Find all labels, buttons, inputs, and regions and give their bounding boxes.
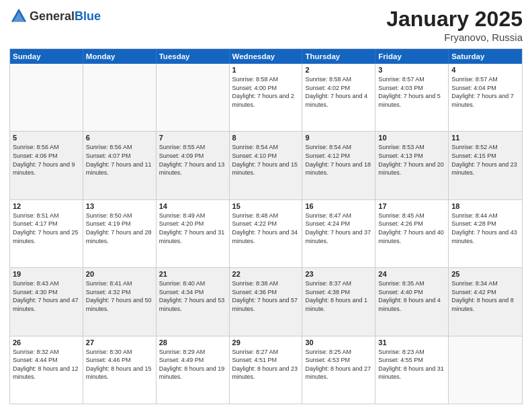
day-number: 22 <box>232 270 300 278</box>
cell-info: Sunrise: 8:56 AMSunset: 4:06 PMDaylight:… <box>13 143 80 177</box>
calendar-header: SundayMondayTuesdayWednesdayThursdayFrid… <box>10 49 522 64</box>
cell-info: Sunrise: 8:47 AMSunset: 4:24 PMDaylight:… <box>305 212 372 245</box>
calendar-cell-21: 21Sunrise: 8:40 AMSunset: 4:34 PMDayligh… <box>157 268 230 335</box>
cell-info: Sunrise: 8:30 AMSunset: 4:46 PMDaylight:… <box>86 348 153 381</box>
cell-info: Sunrise: 8:58 AMSunset: 4:02 PMDaylight:… <box>305 75 372 109</box>
calendar-cell-23: 23Sunrise: 8:37 AMSunset: 4:38 PMDayligh… <box>302 268 375 335</box>
day-number: 25 <box>451 270 519 278</box>
month-title: January 2025 <box>386 7 523 32</box>
day-number: 14 <box>159 202 226 210</box>
day-header-thursday: Thursday <box>302 49 375 64</box>
calendar-cell-7: 7Sunrise: 8:55 AMSunset: 4:09 PMDaylight… <box>157 132 230 199</box>
calendar-cell-6: 6Sunrise: 8:56 AMSunset: 4:07 PMDaylight… <box>83 132 157 199</box>
calendar-row-0: 1Sunrise: 8:58 AMSunset: 4:00 PMDaylight… <box>10 64 522 132</box>
day-number: 27 <box>86 338 153 347</box>
calendar-body: 1Sunrise: 8:58 AMSunset: 4:00 PMDaylight… <box>10 64 522 404</box>
cell-info: Sunrise: 8:57 AMSunset: 4:04 PMDaylight:… <box>451 75 519 109</box>
cell-info: Sunrise: 8:52 AMSunset: 4:15 PMDaylight:… <box>451 143 519 177</box>
cell-info: Sunrise: 8:35 AMSunset: 4:40 PMDaylight:… <box>378 279 445 313</box>
calendar-cell-30: 30Sunrise: 8:25 AMSunset: 4:53 PMDayligh… <box>302 336 375 404</box>
calendar-cell-15: 15Sunrise: 8:48 AMSunset: 4:22 PMDayligh… <box>230 200 303 267</box>
day-number: 19 <box>13 270 80 278</box>
day-number: 7 <box>159 134 226 142</box>
cell-info: Sunrise: 8:53 AMSunset: 4:13 PMDaylight:… <box>378 143 445 177</box>
cell-info: Sunrise: 8:38 AMSunset: 4:36 PMDaylight:… <box>232 279 300 313</box>
cell-info: Sunrise: 8:23 AMSunset: 4:55 PMDaylight:… <box>378 348 445 381</box>
cell-info: Sunrise: 8:29 AMSunset: 4:49 PMDaylight:… <box>159 348 226 381</box>
day-header-saturday: Saturday <box>449 49 522 64</box>
logo-blue: Blue <box>75 9 101 23</box>
logo-general: General <box>30 9 75 23</box>
calendar-cell-empty <box>157 64 230 131</box>
calendar-cell-19: 19Sunrise: 8:43 AMSunset: 4:30 PMDayligh… <box>10 268 83 335</box>
cell-info: Sunrise: 8:56 AMSunset: 4:07 PMDaylight:… <box>86 143 153 177</box>
day-number: 26 <box>13 338 80 347</box>
calendar-cell-10: 10Sunrise: 8:53 AMSunset: 4:13 PMDayligh… <box>375 132 449 199</box>
day-number: 4 <box>451 66 519 74</box>
calendar-cell-31: 31Sunrise: 8:23 AMSunset: 4:55 PMDayligh… <box>375 336 449 404</box>
calendar-cell-empty <box>10 64 83 131</box>
calendar-cell-empty <box>449 336 522 404</box>
day-number: 6 <box>86 134 153 142</box>
cell-info: Sunrise: 8:55 AMSunset: 4:09 PMDaylight:… <box>159 143 226 177</box>
logo-icon <box>9 7 28 26</box>
day-number: 17 <box>378 202 445 210</box>
day-header-tuesday: Tuesday <box>157 49 230 64</box>
cell-info: Sunrise: 8:54 AMSunset: 4:12 PMDaylight:… <box>305 143 372 177</box>
calendar-cell-16: 16Sunrise: 8:47 AMSunset: 4:24 PMDayligh… <box>302 200 375 267</box>
calendar-cell-27: 27Sunrise: 8:30 AMSunset: 4:46 PMDayligh… <box>83 336 157 404</box>
day-number: 23 <box>305 270 372 278</box>
day-number: 13 <box>86 202 153 210</box>
day-number: 15 <box>232 202 300 210</box>
cell-info: Sunrise: 8:37 AMSunset: 4:38 PMDaylight:… <box>305 279 372 313</box>
calendar-cell-11: 11Sunrise: 8:52 AMSunset: 4:15 PMDayligh… <box>449 132 522 199</box>
calendar-cell-8: 8Sunrise: 8:54 AMSunset: 4:10 PMDaylight… <box>230 132 303 199</box>
calendar-cell-22: 22Sunrise: 8:38 AMSunset: 4:36 PMDayligh… <box>230 268 303 335</box>
cell-info: Sunrise: 8:45 AMSunset: 4:26 PMDaylight:… <box>378 212 445 245</box>
cell-info: Sunrise: 8:48 AMSunset: 4:22 PMDaylight:… <box>232 212 300 245</box>
cell-info: Sunrise: 8:58 AMSunset: 4:00 PMDaylight:… <box>232 75 300 109</box>
calendar-cell-empty <box>83 64 157 131</box>
cell-info: Sunrise: 8:49 AMSunset: 4:20 PMDaylight:… <box>159 212 226 245</box>
cell-info: Sunrise: 8:27 AMSunset: 4:51 PMDaylight:… <box>232 348 300 381</box>
day-header-friday: Friday <box>375 49 449 64</box>
day-number: 28 <box>159 338 226 347</box>
calendar-cell-25: 25Sunrise: 8:34 AMSunset: 4:42 PMDayligh… <box>449 268 522 335</box>
day-header-sunday: Sunday <box>10 49 83 64</box>
day-number: 16 <box>305 202 372 210</box>
calendar-cell-5: 5Sunrise: 8:56 AMSunset: 4:06 PMDaylight… <box>10 132 83 199</box>
calendar-cell-18: 18Sunrise: 8:44 AMSunset: 4:28 PMDayligh… <box>449 200 522 267</box>
cell-info: Sunrise: 8:32 AMSunset: 4:44 PMDaylight:… <box>13 348 80 381</box>
cell-info: Sunrise: 8:41 AMSunset: 4:32 PMDaylight:… <box>86 279 153 313</box>
calendar-cell-1: 1Sunrise: 8:58 AMSunset: 4:00 PMDaylight… <box>230 64 303 131</box>
cell-info: Sunrise: 8:40 AMSunset: 4:34 PMDaylight:… <box>159 279 226 313</box>
calendar-row-2: 12Sunrise: 8:51 AMSunset: 4:17 PMDayligh… <box>10 200 522 268</box>
day-number: 8 <box>232 134 300 142</box>
day-number: 21 <box>159 270 226 278</box>
calendar-row-3: 19Sunrise: 8:43 AMSunset: 4:30 PMDayligh… <box>10 268 522 336</box>
cell-info: Sunrise: 8:44 AMSunset: 4:28 PMDaylight:… <box>451 212 519 245</box>
header: GeneralBlue January 2025 Fryanovo, Russi… <box>9 7 523 43</box>
title-block: January 2025 Fryanovo, Russia <box>386 7 523 43</box>
day-number: 9 <box>305 134 372 142</box>
calendar-cell-3: 3Sunrise: 8:57 AMSunset: 4:03 PMDaylight… <box>375 64 449 131</box>
calendar-cell-24: 24Sunrise: 8:35 AMSunset: 4:40 PMDayligh… <box>375 268 449 335</box>
calendar-cell-28: 28Sunrise: 8:29 AMSunset: 4:49 PMDayligh… <box>157 336 230 404</box>
day-number: 31 <box>378 338 445 347</box>
calendar-cell-13: 13Sunrise: 8:50 AMSunset: 4:19 PMDayligh… <box>83 200 157 267</box>
calendar-row-4: 26Sunrise: 8:32 AMSunset: 4:44 PMDayligh… <box>10 336 522 404</box>
day-number: 1 <box>232 66 300 74</box>
day-number: 5 <box>13 134 80 142</box>
calendar-cell-17: 17Sunrise: 8:45 AMSunset: 4:26 PMDayligh… <box>375 200 449 267</box>
calendar-cell-20: 20Sunrise: 8:41 AMSunset: 4:32 PMDayligh… <box>83 268 157 335</box>
day-number: 24 <box>378 270 445 278</box>
day-header-monday: Monday <box>83 49 157 64</box>
cell-info: Sunrise: 8:25 AMSunset: 4:53 PMDaylight:… <box>305 348 372 381</box>
day-number: 11 <box>451 134 519 142</box>
day-number: 18 <box>451 202 519 210</box>
calendar-cell-26: 26Sunrise: 8:32 AMSunset: 4:44 PMDayligh… <box>10 336 83 404</box>
calendar-cell-14: 14Sunrise: 8:49 AMSunset: 4:20 PMDayligh… <box>157 200 230 267</box>
day-number: 3 <box>378 66 445 74</box>
calendar-cell-12: 12Sunrise: 8:51 AMSunset: 4:17 PMDayligh… <box>10 200 83 267</box>
day-header-wednesday: Wednesday <box>230 49 303 64</box>
